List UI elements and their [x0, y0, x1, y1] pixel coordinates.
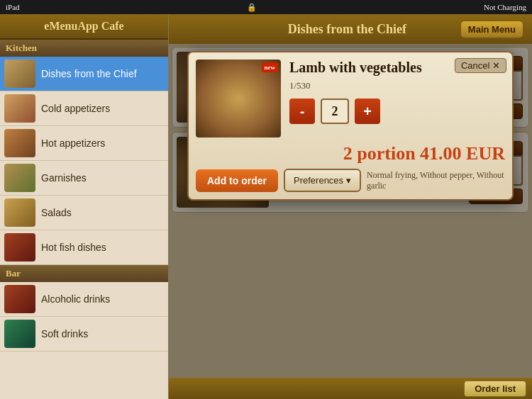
- preferences-label: Preferences: [294, 175, 343, 186]
- sidebar-label-soft: Soft drinks: [41, 328, 88, 339]
- sidebar-item-garnishes[interactable]: Garnishes: [0, 161, 168, 196]
- sidebar: eMenuApp Cafe Kitchen Dishes from the Ch…: [0, 14, 169, 399]
- cancel-label: Cancel: [461, 60, 489, 71]
- sidebar-label-salads: Salads: [41, 207, 72, 218]
- content-area: Dishes from the Chief Main Menu Tongue b…: [169, 14, 532, 399]
- popup-close-button[interactable]: Cancel ✕: [455, 58, 506, 73]
- quantity-row: - 2 +: [289, 99, 505, 124]
- sidebar-thumb-hot-fish: [4, 233, 35, 262]
- content-title: Dishes from the Chief: [234, 22, 460, 37]
- sidebar-label-dishes-chief: Dishes from the Chief: [41, 68, 137, 79]
- popup-actions: Add to order Preferences ▾ Normal frying…: [196, 169, 505, 192]
- increment-button[interactable]: +: [355, 99, 380, 124]
- sidebar-thumb-dishes-chief: [4, 60, 35, 88]
- popup-dialog: Cancel ✕ new Lamb with vegetables 1/530 …: [187, 51, 514, 201]
- sidebar-thumb-salads: [4, 198, 35, 227]
- app-title: eMenuApp Cafe: [0, 14, 168, 40]
- bottom-bar: Order list: [169, 378, 532, 399]
- popup-dish-thumb: new: [196, 60, 281, 137]
- sidebar-item-salads[interactable]: Salads: [0, 196, 168, 230]
- sidebar-thumb-cold-appetizers: [4, 94, 35, 123]
- preferences-arrow-icon: ▾: [346, 175, 351, 186]
- status-bar: iPad 🔒 Not Charging: [0, 0, 532, 14]
- sidebar-item-dishes-chief[interactable]: Dishes from the Chief: [0, 57, 168, 91]
- content-header: Dishes from the Chief Main Menu: [169, 14, 532, 44]
- main-menu-button[interactable]: Main Menu: [460, 21, 523, 38]
- status-lock: 🔒: [247, 3, 257, 12]
- sidebar-thumb-hot-appetizers: [4, 129, 35, 157]
- sidebar-item-soft[interactable]: Soft drinks: [0, 317, 168, 352]
- decrement-button[interactable]: -: [289, 99, 315, 124]
- popup-overlay: Cancel ✕ new Lamb with vegetables 1/530 …: [169, 44, 532, 378]
- kitchen-section-label: Kitchen: [0, 40, 168, 57]
- popup-dish-subtitle: 1/530: [289, 80, 505, 91]
- status-right: Not Charging: [484, 3, 526, 11]
- sidebar-label-hot-fish: Hot fish dishes: [41, 242, 106, 253]
- quantity-display: 2: [321, 99, 349, 124]
- sidebar-label-garnishes: Garnishes: [41, 172, 87, 184]
- sidebar-label-hot-appetizers: Hot appetizers: [41, 137, 105, 149]
- popup-new-badge: new: [262, 62, 279, 72]
- sidebar-thumb-alcoholic: [4, 285, 35, 313]
- preferences-detail: Normal frying, Without pepper, Without g…: [367, 170, 505, 191]
- add-to-order-button[interactable]: Add to order: [196, 169, 278, 192]
- preferences-button[interactable]: Preferences ▾: [284, 169, 361, 192]
- sidebar-thumb-garnishes: [4, 164, 35, 192]
- close-icon: ✕: [492, 60, 500, 71]
- popup-total: 2 portion 41.00 EUR: [196, 143, 505, 164]
- main-container: eMenuApp Cafe Kitchen Dishes from the Ch…: [0, 14, 532, 399]
- sidebar-label-cold-appetizers: Cold appetizers: [41, 103, 110, 114]
- status-left: iPad: [6, 3, 20, 11]
- sidebar-label-alcoholic: Alcoholic drinks: [41, 293, 110, 305]
- sidebar-item-cold-appetizers[interactable]: Cold appetizers: [0, 91, 168, 126]
- sidebar-item-alcoholic[interactable]: Alcoholic drinks: [0, 282, 168, 317]
- bar-section-label: Bar: [0, 265, 168, 282]
- sidebar-item-hot-fish[interactable]: Hot fish dishes: [0, 230, 168, 265]
- sidebar-item-hot-appetizers[interactable]: Hot appetizers: [0, 126, 168, 161]
- sidebar-thumb-soft: [4, 320, 35, 348]
- order-list-button[interactable]: Order list: [464, 381, 526, 397]
